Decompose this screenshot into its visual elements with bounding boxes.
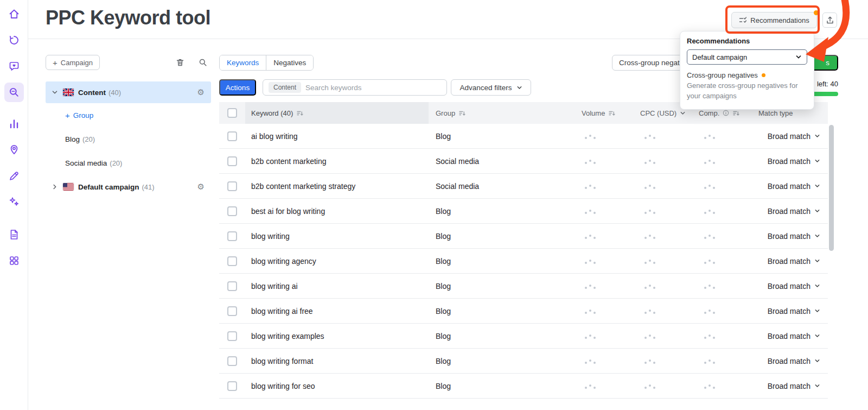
loading-dots-icon (644, 209, 655, 214)
info-icon (723, 110, 729, 116)
advanced-filters-button[interactable]: Advanced filters (451, 79, 531, 96)
comp-cell-loading (688, 207, 742, 216)
column-header-group[interactable]: Group (429, 102, 576, 124)
match-type-dropdown[interactable]: Broad match (742, 282, 828, 291)
group-cell: Blog (429, 232, 576, 241)
analytics-icon[interactable] (4, 114, 24, 134)
keyword-research-icon[interactable] (4, 83, 24, 102)
gear-icon[interactable]: ⚙ (197, 182, 205, 192)
gear-icon[interactable]: ⚙ (197, 87, 205, 97)
apps-icon[interactable] (4, 251, 24, 270)
select-all-checkbox[interactable] (227, 108, 237, 118)
row-checkbox[interactable] (227, 281, 237, 291)
table-row: blog writing agency Blog Broad match (219, 249, 828, 274)
plus-icon: + (53, 59, 58, 67)
heart-chat-icon[interactable] (4, 56, 24, 76)
search-scope-chip[interactable]: Content (269, 82, 301, 93)
scrollbar-thumb[interactable] (829, 125, 834, 251)
loading-dots-icon (585, 234, 596, 239)
match-type-dropdown[interactable]: Broad match (742, 157, 828, 166)
export-icon (826, 16, 834, 24)
table-row: ai blog writing Blog Broad match (219, 124, 828, 149)
home-icon[interactable] (4, 4, 24, 24)
match-type-dropdown[interactable]: Broad match (742, 307, 828, 316)
keyword-cell: b2b content marketing (245, 157, 429, 166)
match-type-dropdown[interactable]: Broad match (742, 232, 828, 241)
actions-button[interactable]: Actions (219, 79, 256, 96)
campaign-name: Content (78, 89, 106, 97)
add-group-button[interactable]: + Group (46, 103, 211, 127)
row-checkbox[interactable] (227, 256, 237, 266)
comp-cell-loading (688, 382, 742, 390)
loading-dots-icon (585, 383, 596, 389)
table-scrollbar[interactable] (829, 124, 834, 410)
match-type-dropdown[interactable]: Broad match (742, 382, 828, 390)
cpc-cell-loading (634, 207, 688, 216)
volume-cell-loading (576, 207, 634, 216)
delete-campaign-button[interactable] (174, 56, 187, 69)
row-checkbox[interactable] (227, 331, 237, 341)
chevron-right-icon[interactable] (51, 184, 59, 190)
loading-dots-icon (704, 333, 715, 339)
loading-dots-icon (644, 333, 655, 339)
tree-item-group[interactable]: Blog (20) (46, 127, 211, 151)
loading-dots-icon (585, 159, 596, 164)
chevron-down-icon (516, 85, 522, 91)
row-checkbox[interactable] (227, 356, 237, 366)
chevron-down-icon (795, 54, 802, 60)
add-campaign-button[interactable]: + Campaign (46, 55, 100, 70)
chevron-down-icon (814, 183, 820, 189)
row-checkbox[interactable] (227, 181, 237, 191)
keyword-search-box[interactable]: Content (263, 79, 447, 96)
row-checkbox[interactable] (227, 381, 237, 391)
table-row: best ai for blog writing Blog Broad matc… (219, 199, 828, 224)
row-checkbox[interactable] (227, 131, 237, 141)
tab-negatives[interactable]: Negatives (266, 55, 313, 70)
campaign-select[interactable]: Default campaign (687, 49, 807, 65)
row-checkbox[interactable] (227, 231, 237, 241)
cpc-cell-loading (634, 282, 688, 291)
table-body: ai blog writing Blog Broad match b2b con… (219, 124, 828, 399)
table-row: blog writing examples Blog Broad match (219, 324, 828, 349)
row-checkbox[interactable] (227, 206, 237, 216)
match-type-dropdown[interactable]: Broad match (742, 182, 828, 191)
group-count: (20) (110, 159, 122, 167)
match-type-dropdown[interactable]: Broad match (742, 132, 828, 141)
volume-cell-loading (576, 232, 634, 241)
search-campaigns-button[interactable] (196, 56, 209, 69)
row-checkbox[interactable] (227, 156, 237, 166)
tree-item-group[interactable]: Social media (20) (46, 151, 211, 175)
loading-dots-icon (704, 358, 715, 364)
match-type-dropdown[interactable]: Broad match (742, 357, 828, 365)
sync-icon[interactable] (4, 30, 24, 50)
tree-item-content[interactable]: Content (40) ⚙ (46, 81, 211, 103)
loading-dots-icon (585, 209, 596, 214)
column-header-keyword[interactable]: Keyword (40) (245, 102, 429, 124)
keyword-cell: blog writing for seo (245, 382, 429, 390)
export-button[interactable] (822, 12, 837, 28)
tree-item-default-campaign[interactable]: Default campaign (41) ⚙ (46, 175, 211, 199)
comp-cell-loading (688, 132, 742, 141)
location-icon[interactable] (4, 140, 24, 160)
loading-dots-icon (644, 358, 655, 364)
edit-icon[interactable] (4, 166, 24, 186)
keyword-cell: blog writing ai free (245, 307, 429, 316)
keyword-cell: ai blog writing (245, 132, 429, 141)
match-type-dropdown[interactable]: Broad match (742, 207, 828, 216)
search-input[interactable] (305, 84, 441, 92)
table-row: blog writing ai Blog Broad match (219, 274, 828, 299)
tab-keywords[interactable]: Keywords (220, 55, 266, 70)
loading-dots-icon (585, 333, 596, 339)
match-type-dropdown[interactable]: Broad match (742, 257, 828, 266)
cpc-cell-loading (634, 382, 688, 390)
ai-sparkles-icon[interactable] (4, 192, 24, 212)
row-checkbox[interactable] (227, 306, 237, 316)
reports-icon[interactable] (4, 225, 24, 244)
cross-group-negatives-item[interactable]: Cross-group negatives (687, 71, 807, 79)
chevron-down-icon[interactable] (51, 89, 59, 96)
match-type-dropdown[interactable]: Broad match (742, 332, 828, 340)
group-cell: Blog (429, 307, 576, 316)
column-header-volume[interactable]: Volume (576, 102, 634, 124)
page-title: PPC Keyword tool (46, 7, 210, 29)
recommendations-button[interactable]: Recommendations (731, 12, 817, 28)
